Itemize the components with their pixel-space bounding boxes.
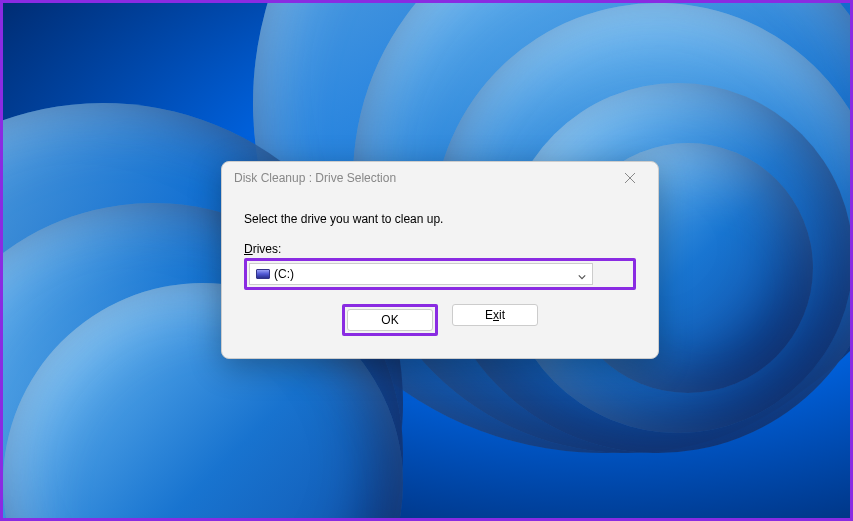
dialog-content: Select the drive you want to clean up. D…: [222, 194, 658, 358]
close-button[interactable]: [614, 162, 646, 194]
dialog-title: Disk Cleanup : Drive Selection: [234, 171, 396, 185]
exit-button[interactable]: Exit: [452, 304, 538, 326]
dialog-titlebar[interactable]: Disk Cleanup : Drive Selection: [222, 162, 658, 194]
selected-drive-text: (C:): [274, 267, 294, 281]
ok-button[interactable]: OK: [347, 309, 433, 331]
drive-select[interactable]: (C:): [249, 263, 593, 285]
drive-icon: [256, 269, 270, 279]
disk-cleanup-dialog: Disk Cleanup : Drive Selection Select th…: [221, 161, 659, 359]
desktop-background: Disk Cleanup : Drive Selection Select th…: [3, 3, 850, 518]
drive-dropdown-highlight: (C:): [244, 258, 636, 290]
chevron-down-icon: [578, 270, 586, 278]
instruction-text: Select the drive you want to clean up.: [244, 212, 636, 226]
drive-select-value: (C:): [256, 267, 294, 281]
ok-button-highlight: OK: [342, 304, 438, 336]
dialog-button-row: OK Exit: [244, 304, 636, 336]
drives-label: Drives:: [244, 242, 636, 256]
close-icon: [625, 173, 635, 183]
